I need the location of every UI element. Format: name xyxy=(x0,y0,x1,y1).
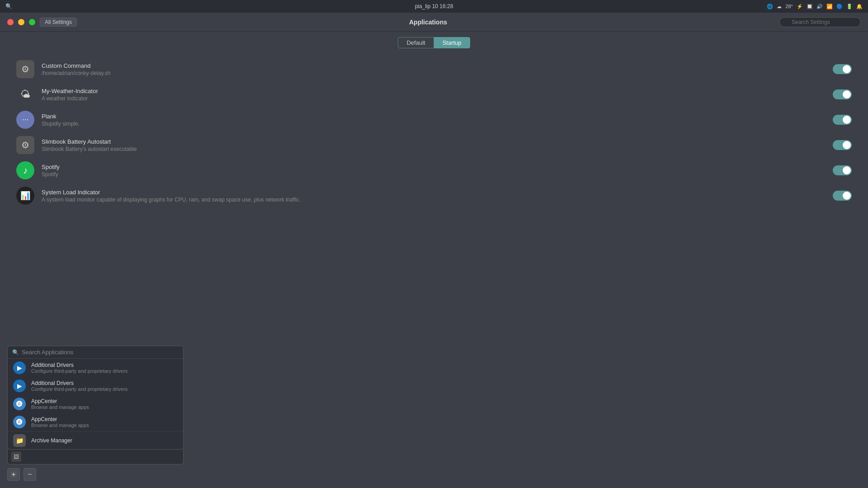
all-settings-button[interactable]: All Settings xyxy=(40,18,77,27)
app-row-custom-command: ⚙ Custom Command /home/adrian/conky-dela… xyxy=(9,56,859,82)
maximize-button[interactable] xyxy=(29,19,35,25)
network-icon: 🌐 xyxy=(767,4,773,9)
search-apps-icon: 🔍 xyxy=(12,349,19,356)
drivers1-info: Additional Drivers Configure third-party… xyxy=(31,362,127,374)
notification-icon: 🔔 xyxy=(856,4,863,9)
remove-app-button[interactable]: − xyxy=(24,468,36,481)
add-app-bar: 🖼 xyxy=(7,450,184,465)
sysload-icon: 📊 xyxy=(16,187,34,205)
dropdown-item-drivers2[interactable]: ▶ Additional Drivers Configure third-par… xyxy=(8,377,183,395)
topbar-left: 🔍 xyxy=(5,3,12,9)
sysload-toggle[interactable] xyxy=(833,191,852,201)
weather-name: My-Weather-Indicator xyxy=(42,88,826,94)
tab-default[interactable]: Default xyxy=(398,37,434,48)
appcenter1-info: AppCenter Browse and manage apps xyxy=(31,398,89,410)
plank-toggle[interactable] xyxy=(833,115,852,125)
minimize-button[interactable] xyxy=(18,19,24,25)
wifi-icon: 📶 xyxy=(826,4,833,9)
spotify-desc: Spotify xyxy=(42,171,826,178)
main-content: ⚙ Custom Command /home/adrian/conky-dela… xyxy=(0,52,868,213)
plank-icon: ⋯ xyxy=(16,111,34,129)
bottom-controls: − xyxy=(7,468,861,481)
appcenter1-desc: Browse and manage apps xyxy=(31,404,89,410)
manjaro-icon: 🔲 xyxy=(807,4,813,9)
appcenter2-desc: Browse and manage apps xyxy=(31,422,89,428)
app-row-plank: ⋯ Plank Stupidly simple. xyxy=(9,107,859,132)
spotify-icon: ♪ xyxy=(16,161,34,179)
titlebar-left: All Settings xyxy=(7,18,77,27)
slimbook-info: Slimbook Battery Autostart Slimbook Batt… xyxy=(42,138,826,152)
weather-info: My-Weather-Indicator A weather indicator xyxy=(42,88,826,102)
dropdown-item-appcenter2[interactable]: 🅐 AppCenter Browse and manage apps xyxy=(8,413,183,431)
drivers1-icon: ▶ xyxy=(13,361,26,374)
archive-name: Archive Manager xyxy=(31,437,72,444)
sysload-info: System Load Indicator A system load moni… xyxy=(42,189,826,203)
weather-toggle[interactable] xyxy=(833,89,852,99)
spotify-info: Spotify Spotify xyxy=(42,164,826,178)
slimbook-name: Slimbook Battery Autostart xyxy=(42,138,826,145)
drivers2-info: Additional Drivers Configure third-party… xyxy=(31,380,127,392)
appcenter1-name: AppCenter xyxy=(31,398,89,404)
drivers1-desc: Configure third-party and proprietary dr… xyxy=(31,368,127,374)
custom-command-desc: /home/adrian/conky-delay.sh xyxy=(42,70,826,76)
custom-command-name: Custom Command xyxy=(42,62,826,69)
search-settings-input[interactable] xyxy=(779,17,861,27)
custom-command-toggle[interactable] xyxy=(833,64,852,74)
temperature-label: 28° xyxy=(785,4,793,9)
topbar-datetime: pia_lip 10 16:28 xyxy=(415,3,453,9)
app-row-spotify: ♪ Spotify Spotify xyxy=(9,158,859,183)
slimbook-toggle[interactable] xyxy=(833,140,852,150)
appcenter1-icon: 🅐 xyxy=(13,398,26,410)
titlebar: All Settings Applications 🔍 xyxy=(0,13,868,32)
topbar: 🔍 pia_lip 10 16:28 🌐 ☁ 28° ⚡ 🔲 🔊 📶 🔵 🔋 🔔 xyxy=(0,0,868,13)
page-title: Applications xyxy=(409,19,447,26)
topbar-search-icon[interactable]: 🔍 xyxy=(5,3,12,9)
app-row-weather: 🌤 My-Weather-Indicator A weather indicat… xyxy=(9,82,859,107)
spotify-name: Spotify xyxy=(42,164,826,170)
add-app-icon-preview: 🖼 xyxy=(11,452,21,462)
appcenter2-name: AppCenter xyxy=(31,416,89,422)
bluetooth-icon: 🔵 xyxy=(836,4,843,9)
bolt-icon: ⚡ xyxy=(797,4,803,9)
tabs-bar: Default Startup xyxy=(0,32,868,52)
app-row-slimbook: ⚙ Slimbook Battery Autostart Slimbook Ba… xyxy=(9,132,859,158)
add-app-button[interactable] xyxy=(7,468,20,481)
appcenter2-info: AppCenter Browse and manage apps xyxy=(31,416,89,428)
sysload-name: System Load Indicator xyxy=(42,189,826,196)
dropdown-item-appcenter1[interactable]: 🅐 AppCenter Browse and manage apps xyxy=(8,395,183,413)
search-apps-dropdown: 🔍 ▶ Additional Drivers Configure third-p… xyxy=(7,346,184,450)
slimbook-icon: ⚙ xyxy=(16,136,34,154)
slimbook-desc: Slimbook Battery's autostart executable xyxy=(42,146,826,152)
custom-command-info: Custom Command /home/adrian/conky-delay.… xyxy=(42,62,826,76)
appcenter2-icon: 🅐 xyxy=(13,416,26,428)
custom-command-icon: ⚙ xyxy=(16,60,34,78)
close-button[interactable] xyxy=(7,19,14,25)
plank-desc: Stupidly simple. xyxy=(42,121,826,127)
sysload-desc: A system load monitor capable of display… xyxy=(42,197,826,203)
weather-desc: A weather indicator xyxy=(42,95,826,102)
search-apps-input-wrapper: 🔍 xyxy=(8,346,183,359)
dropdown-item-archive[interactable]: 📁 Archive Manager xyxy=(8,431,183,449)
drivers1-name: Additional Drivers xyxy=(31,362,127,368)
plank-name: Plank xyxy=(42,113,826,120)
volume-icon: 🔊 xyxy=(816,4,823,9)
minus-icon: − xyxy=(28,471,32,478)
archive-info: Archive Manager xyxy=(31,437,72,444)
weather-indicator-icon: 🌤 xyxy=(16,85,34,103)
tab-startup[interactable]: Startup xyxy=(434,37,470,48)
app-row-sysload: 📊 System Load Indicator A system load mo… xyxy=(9,183,859,208)
battery-icon: 🔋 xyxy=(846,4,853,9)
search-apps-input[interactable] xyxy=(22,349,179,356)
spotify-toggle[interactable] xyxy=(833,165,852,175)
weather-tray-icon: ☁ xyxy=(777,4,782,9)
archive-icon: 📁 xyxy=(13,434,26,447)
add-app-input[interactable] xyxy=(24,454,179,460)
dropdown-item-drivers1[interactable]: ▶ Additional Drivers Configure third-par… xyxy=(8,359,183,377)
bottom-panel: 🔍 ▶ Additional Drivers Configure third-p… xyxy=(0,346,868,488)
app-list-dropdown: ▶ Additional Drivers Configure third-par… xyxy=(8,359,183,449)
plank-info: Plank Stupidly simple. xyxy=(42,113,826,127)
titlebar-right: 🔍 xyxy=(779,17,861,27)
drivers2-name: Additional Drivers xyxy=(31,380,127,386)
drivers2-desc: Configure third-party and proprietary dr… xyxy=(31,386,127,392)
topbar-right: 🌐 ☁ 28° ⚡ 🔲 🔊 📶 🔵 🔋 🔔 xyxy=(767,4,863,9)
